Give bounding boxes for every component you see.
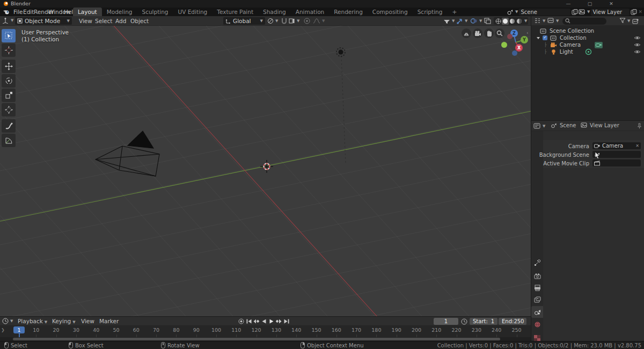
properties-tab-scene[interactable] [531,306,543,318]
camera-view-button[interactable] [473,28,482,38]
tool-rotate[interactable] [2,74,16,88]
tool-annotate[interactable] [2,119,16,133]
editor-type-dropdown[interactable]: ▼ [2,17,13,24]
play-reverse-button[interactable] [260,318,267,325]
expand-icon[interactable] [537,37,540,39]
toggle-perspective-button[interactable] [462,28,471,38]
falloff-dropdown[interactable]: ▼ [313,18,325,24]
mode-dropdown[interactable]: Object Mode ▼ [15,17,72,25]
timeline-menu-playback[interactable]: Playback▼ [14,317,51,326]
panel-divider[interactable] [531,16,531,341]
start-frame-field[interactable]: Start: 1 [470,318,497,325]
tool-transform[interactable] [2,103,16,117]
breadcrumb-scene[interactable]: Scene [551,122,576,128]
pivot-point-dropdown[interactable]: ▼ [267,18,278,24]
scene-selector[interactable]: ▼ Scene ✕ [507,8,583,16]
tool-select-box[interactable] [2,29,16,42]
close-button[interactable]: ✕ [603,0,619,8]
properties-tab-render[interactable] [531,270,543,282]
current-frame-field[interactable]: 1 [434,318,458,325]
overlays-dropdown[interactable]: ▼ [470,18,482,24]
navigation-gizmo[interactable]: Z Y X [498,28,530,60]
outliner-row-camera[interactable]: ├ Camera [531,41,644,48]
gizmo-neg-x-axis[interactable] [507,34,513,39]
shading-solid-button[interactable] [502,18,509,25]
object-visibility-dropdown[interactable]: ▼ [443,18,455,24]
outliner-filter-dropdown[interactable]: ▼ [619,18,630,24]
timeline-scrollbar-track[interactable] [0,337,531,341]
tab-scripting[interactable]: Scripting [413,8,448,16]
clear-camera-icon[interactable]: ✕ [635,143,639,148]
light-data-icon[interactable] [585,48,592,55]
record-button[interactable] [238,318,245,325]
tab-modeling[interactable]: Modeling [102,8,137,16]
properties-editor-dropdown[interactable]: ▼ [533,123,545,129]
shading-rendered-button[interactable] [516,18,523,25]
end-frame-field[interactable]: End: 250 [499,318,526,325]
hide-icon[interactable] [634,35,641,40]
tab-rendering[interactable]: Rendering [329,8,368,16]
hide-icon[interactable] [634,49,641,54]
timeline-menu-keying[interactable]: Keying▼ [48,317,79,326]
tab-uv-editing[interactable]: UV Editing [173,8,213,16]
maximize-button[interactable]: ▢ [582,0,598,8]
viewport-3d[interactable]: User Perspective (1) Collection [0,26,531,317]
outliner-display-mode-dropdown[interactable]: ▼ [547,18,559,24]
next-keyframe-button[interactable] [275,318,282,325]
active-movie-clip-field[interactable] [592,159,641,166]
gizmo-neg-y-axis[interactable] [501,42,507,48]
gizmo-neg-z-axis[interactable] [512,50,517,56]
new-scene-icon[interactable] [572,9,578,15]
tool-cursor[interactable] [2,43,16,57]
timeline-menu-marker[interactable]: Marker [96,317,122,325]
gizmo-x-axis[interactable]: X [515,44,523,52]
camera-data-icon[interactable] [595,42,603,48]
collection-checkbox[interactable]: ✓ [543,35,547,40]
use-preview-range-toggle[interactable] [461,318,467,325]
shading-wireframe-button[interactable] [495,18,502,25]
jump-to-start-button[interactable] [245,318,252,325]
add-workspace-button[interactable]: + [447,8,462,16]
view-layer-selector[interactable]: ▼ View Layer ✕ [579,8,642,16]
tab-layout[interactable]: Layout [73,8,102,16]
outliner-row-scene-collection[interactable]: Scene Collection [531,27,644,34]
properties-tab-view-layer[interactable] [531,294,543,306]
pan-view-button[interactable] [484,28,494,38]
outliner-row-light[interactable]: ├ Light [531,48,644,55]
outliner-search-input[interactable] [562,18,606,25]
new-collection-button[interactable] [632,18,639,24]
pin-icon[interactable] [636,123,642,129]
shading-material-button[interactable] [509,18,516,25]
gizmo-y-axis[interactable]: Y [521,36,528,43]
new-view-layer-icon[interactable] [631,9,637,15]
sidebar-toggle-icon[interactable]: ‹ [526,30,529,35]
gizmos-dropdown[interactable]: ▼ [456,18,467,24]
timeline-editor-dropdown[interactable]: ▼ [2,318,13,324]
viewport-timeline-divider[interactable] [0,316,531,317]
timeline-expand-icon[interactable]: ❯ [1,328,5,332]
outliner-editor-dropdown[interactable]: ▼ [534,18,545,24]
xray-toggle[interactable] [484,18,491,24]
snap-toggle[interactable] [281,18,287,24]
properties-tab-output[interactable] [531,282,543,294]
tab-shading[interactable]: Shading [258,8,291,16]
properties-tab-world[interactable] [531,318,543,330]
timeline-scrollbar-thumb[interactable] [13,338,500,340]
timeline-ruler[interactable]: 1020304050607080901001101201301401501601… [0,326,531,337]
scene-name-field[interactable]: Scene [519,9,570,16]
tab-animation[interactable]: Animation [291,8,330,16]
outliner-row-collection[interactable]: ✓ Collection [531,34,644,41]
transform-orientation-dropdown[interactable]: Global ▼ [223,17,265,25]
jump-to-end-button[interactable] [283,318,290,325]
prev-keyframe-button[interactable] [253,318,260,325]
proportional-editing-toggle[interactable] [304,18,310,24]
tab-texture-paint[interactable]: Texture Paint [212,8,258,16]
camera-field[interactable]: Camera ✕ [592,142,641,149]
play-button[interactable] [268,318,275,325]
tool-scale[interactable] [2,89,16,102]
tool-measure[interactable] [2,134,16,147]
properties-tab-tool[interactable] [531,257,543,268]
snap-with-dropdown[interactable]: ▼ [289,18,299,24]
view-layer-name-field[interactable]: View Layer [591,9,630,16]
breadcrumb-view-layer[interactable]: View Layer [581,122,619,128]
